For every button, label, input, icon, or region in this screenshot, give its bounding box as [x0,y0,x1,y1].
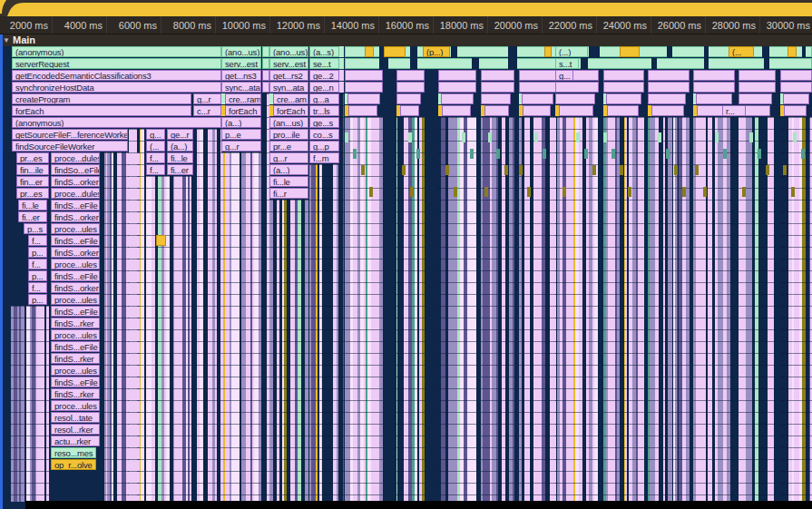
flame-frame-p[interactable]: (p...) [423,46,450,57]
micro-frame[interactable] [715,132,719,142]
flame-frame-ge-s[interactable]: ge...s [309,117,339,128]
micro-frame[interactable] [670,117,672,502]
micro-frame[interactable] [316,164,318,502]
micro-frame[interactable] [742,187,746,197]
micro-frame[interactable] [791,187,795,197]
flame-frame-f-m[interactable]: f...m [309,152,339,163]
flame-frame-f[interactable]: f... [146,152,165,163]
micro-frame[interactable] [755,117,758,502]
micro-frame[interactable] [603,132,607,142]
flame-frame-p-s[interactable]: p...s [24,223,47,234]
flame-frame-f[interactable]: f... [28,259,47,269]
flame-frame-g[interactable]: g... [146,129,165,140]
flame-frame[interactable] [481,93,511,104]
flame-frame[interactable] [693,70,735,81]
flame-frame-finds-orker[interactable]: findS...orker [51,247,100,258]
flame-frame[interactable] [704,46,709,57]
flame-frame-ge-r[interactable]: ge...r [167,129,193,140]
flame-frame[interactable] [442,105,471,116]
flame-frame-fi-r[interactable]: fi...r [269,188,308,199]
flame-frame[interactable] [262,82,269,93]
flame-frame-finds-efile[interactable]: findS...eFile [51,235,100,246]
flame-frame-finds-rker[interactable]: findS...rker [51,388,100,399]
flame-frame[interactable] [339,46,344,57]
flame-frame[interactable] [742,105,770,116]
flame-frame-g-p[interactable]: g...p [309,141,339,152]
micro-frame[interactable] [112,152,113,502]
flame-frame[interactable] [345,70,383,81]
micro-frame[interactable] [783,165,787,175]
micro-frame[interactable] [620,165,623,175]
micro-frame[interactable] [46,306,49,502]
flame-frame-fi-le[interactable]: fi...le [167,152,193,163]
flame-frame-s-t[interactable]: s...t [555,58,579,69]
micro-frame[interactable] [534,132,538,142]
flame-frame[interactable] [523,105,551,116]
flame-frame-finds-orker[interactable]: findS...orker [51,282,100,293]
flame-frame-se-t[interactable]: se...t [309,58,339,69]
flame-frame[interactable] [396,93,421,104]
flame-frame-proce-ules[interactable]: proce...ules [51,400,100,411]
flame-frame[interactable] [438,82,476,93]
flame-frame[interactable] [339,58,344,69]
flame-frame-getsourcefilef-ferenceworker[interactable]: getSourceFileF...ferenceWorker [12,129,128,140]
flame-frame-cre-ram[interactable]: cre...ram [225,93,261,104]
flame-texture-band[interactable] [481,117,514,502]
micro-frame[interactable] [496,117,498,502]
micro-frame[interactable] [702,117,706,502]
micro-frame[interactable] [543,149,546,159]
flame-frame-proce-dules[interactable]: proce...dules [51,188,100,199]
micro-frame[interactable] [748,117,752,502]
flame-frame-fi-er[interactable]: fi...er [18,211,47,222]
micro-frame[interactable] [200,129,203,502]
flame-frame-fi-er[interactable]: fi...er [167,164,193,175]
micro-frame[interactable] [563,187,566,197]
flame-frame-a[interactable]: (a...) [167,141,193,152]
flame-frame-pr-e[interactable]: pr...e [269,141,308,152]
flame-texture-band[interactable] [128,129,144,502]
flame-frame-createprogram[interactable]: createProgram [12,93,191,104]
bottom-scrollbar-track[interactable] [25,501,812,509]
flame-frame[interactable] [481,70,514,81]
flame-frame[interactable] [667,46,672,57]
flame-frame[interactable] [262,46,269,57]
flame-frame-ano-us[interactable]: (ano...us) [269,46,308,57]
micro-frame[interactable] [592,165,596,175]
flame-texture-band[interactable] [739,117,776,502]
flame-texture-band[interactable] [648,117,690,502]
flame-frame[interactable] [739,70,776,81]
flame-frame-resol-tate[interactable]: resol...tate [51,412,100,423]
micro-frame[interactable] [298,200,301,502]
flame-frame-proce-ules[interactable]: proce...ules [51,294,100,305]
micro-frame[interactable] [802,117,806,502]
flame-frame-ano-us[interactable]: (ano...us) [221,46,261,57]
flame-frame[interactable] [396,82,425,93]
flame-frame-cre-am[interactable]: cre...am [273,93,308,104]
flame-frame-get-ns3[interactable]: get...ns3 [221,70,261,81]
flame-frame-p-e[interactable]: p...e [221,129,261,140]
micro-frame[interactable] [488,132,492,142]
flame-frame[interactable] [508,46,517,57]
flame-frame[interactable] [696,93,732,104]
flame-frame[interactable] [784,105,807,116]
flame-frame[interactable] [783,93,809,104]
flame-frame-proce-dules[interactable]: proce...dules [51,152,100,163]
flame-frame-pr-es[interactable]: pr...es [16,188,49,199]
flame-frame-c-r[interactable]: c...r [193,105,221,116]
flame-frame-finds-orker[interactable]: findS...orker [51,211,100,222]
flame-frame[interactable] [484,105,509,116]
micro-frame[interactable] [462,132,465,142]
flame-frame[interactable] [438,70,476,81]
flame-frame[interactable] [555,93,595,104]
micro-frame[interactable] [529,117,530,502]
flame-frame-g-r[interactable]: g...r [269,152,308,163]
flame-frame-co-s[interactable]: co...s [309,129,339,140]
micro-frame[interactable] [284,200,287,502]
flame-frame-f[interactable]: f... [28,235,47,246]
flame-frame[interactable] [788,46,797,57]
flame-frame[interactable] [589,46,600,57]
flame-frame-proce-ules[interactable]: proce...ules [51,329,100,340]
micro-frame[interactable] [361,165,365,175]
micro-frame[interactable] [484,187,488,197]
micro-frame[interactable] [666,149,670,159]
